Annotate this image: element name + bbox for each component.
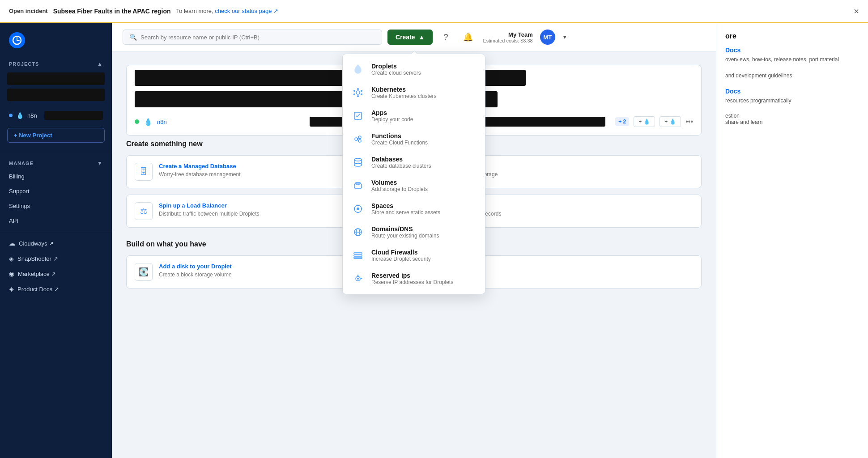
svg-point-11 [358,140,361,142]
droplets-dropdown-icon [351,62,365,76]
incident-desc: To learn more, check our status page ↗ [176,8,279,14]
sidebar-logo [0,23,112,55]
svg-point-3 [357,95,359,97]
dropdown-item-firewalls[interactable]: Cloud Firewalls Increase Droplet securit… [343,244,485,267]
topbar-icons: ? 🔔 My Team Estimated costs: $8.38 MT ▼ [438,30,567,45]
dropdown-item-droplets[interactable]: Droplets Create cloud servers [343,58,485,81]
product-docs-link[interactable]: Docs [725,47,859,54]
app-container: PROJECTS ▲ 💧 n8n + New Project MANAGE ▼ … [0,23,868,458]
svg-point-2 [357,88,359,90]
help-icon: ? [443,33,448,42]
svg-point-5 [361,90,362,92]
right-panel-dev-section: and development guidelines [725,72,859,80]
card-add-disk-desc: Create a block storage volume [159,271,232,279]
incident-banner: Open incident Subsea Fiber Faults in the… [0,0,868,23]
resource-count-badge: + 2 [615,117,629,126]
card-managed-db-desc: Worry-free database management [159,171,241,178]
search-box[interactable]: 🔍 [123,30,382,45]
card-load-balancer-title: Spin up a Load Balancer [159,202,260,209]
svg-point-6 [353,93,355,95]
right-panel-docs-desc: overviews, how-tos, release notes, port … [725,55,859,64]
create-volume-button[interactable]: + 💧 [660,116,681,127]
dropdown-item-domains[interactable]: Domains/DNS Route your existing domains [343,221,485,244]
spaces-dropdown-icon [351,202,365,216]
svg-point-22 [361,208,362,210]
droplet-resource-icon: 💧 [144,118,153,126]
volume-icon: 💧 [669,119,676,125]
svg-point-4 [353,90,355,92]
search-icon: 🔍 [129,34,137,41]
svg-line-12 [357,137,358,139]
sidebar-item-marketplace[interactable]: ◉ Marketplace ↗ [0,266,112,281]
dropdown-item-kubernetes[interactable]: Kubernetes Create Kubernetes clusters [343,81,485,104]
incident-status-link[interactable]: check our status page ↗ [215,8,278,14]
incident-close-button[interactable]: × [854,7,859,16]
svg-rect-27 [354,255,362,256]
bell-icon: 🔔 [463,32,473,42]
sidebar-item-support[interactable]: Support [0,184,112,199]
sidebar-item-api[interactable]: API [0,213,112,228]
dropdown-arrow [411,51,417,54]
plus-icon-2: + [664,119,668,125]
svg-point-18 [357,208,359,210]
apps-dropdown-icon [351,109,365,123]
sidebar-item-billing[interactable]: Billing [0,169,112,184]
svg-point-19 [357,205,359,206]
manage-section-label[interactable]: MANAGE ▼ [0,155,112,169]
dropdown-item-reserved-ips[interactable]: Reserved ips Reserve IP addresses for Dr… [343,267,485,290]
sidebar-item-cloudways[interactable]: ☁ Cloudways ↗ [0,236,112,251]
kubernetes-dropdown-icon [351,85,365,100]
right-panel-more-label: ore [725,32,859,40]
load-balancer-card-icon: ⚖ [135,202,153,220]
database-card-icon: 🗄 [135,163,153,181]
svg-point-7 [361,93,362,95]
community-share-text: share and learn [725,119,859,125]
dropdown-item-apps[interactable]: Apps Deploy your code [343,104,485,127]
card-add-disk-title: Add a disk to your Droplet [159,263,232,270]
avatar-caret-icon[interactable]: ▼ [562,34,567,40]
avatar[interactable]: MT [540,30,555,45]
domains-dropdown-icon [351,225,365,239]
databases-dropdown-icon [351,155,365,170]
svg-point-9 [355,138,357,140]
topbar: 🔍 Create ▲ ? 🔔 My Team Estimated costs: … [112,23,716,51]
svg-point-14 [354,158,362,161]
resource-name-n8n[interactable]: n8n [157,119,305,125]
team-info: My Team Estimated costs: $8.38 [483,31,532,43]
new-project-button[interactable]: + New Project [7,128,105,143]
right-panel-dev-desc: and development guidelines [725,72,859,80]
dropdown-item-databases[interactable]: Databases Create database clusters [343,151,485,174]
cloud-icon: ☁ [9,240,15,247]
reserved-ips-dropdown-icon [351,271,365,286]
right-panel-api-section: Docs resources programmatically [725,88,859,105]
sidebar-item-snapshooter[interactable]: ◈ SnapShooter ↗ [0,251,112,266]
create-button[interactable]: Create ▲ [387,30,433,45]
docs-icon: ◈ [9,285,14,293]
sidebar-item-settings[interactable]: Settings [0,199,112,213]
more-options-button[interactable]: ••• [685,118,693,126]
api-docs-link[interactable]: Docs [725,88,859,95]
plus-icon: + [638,119,642,125]
right-panel-docs-section: Docs overviews, how-tos, release notes, … [725,47,859,64]
help-button[interactable]: ? [438,30,453,45]
volumes-dropdown-icon [351,178,365,193]
sidebar-divider-2 [0,232,112,232]
notifications-button[interactable]: 🔔 [460,30,476,45]
right-panel-community-section: estion share and learn [725,113,859,125]
svg-point-10 [358,136,361,139]
sidebar-item-n8n[interactable]: 💧 n8n [0,107,112,123]
svg-point-21 [354,208,355,210]
projects-arrow-icon: ▲ [97,61,103,67]
dropdown-item-spaces[interactable]: Spaces Store and serve static assets [343,197,485,221]
search-input[interactable] [140,34,375,41]
droplet-icon: 💧 [16,112,24,119]
dropdown-item-volumes[interactable]: Volumes Add storage to Droplets [343,174,485,197]
sidebar-divider [0,151,112,151]
svg-line-13 [357,139,358,141]
svg-point-1 [356,91,360,94]
dropdown-item-functions[interactable]: Functions Create Cloud Functions [343,127,485,151]
projects-section-label[interactable]: PROJECTS ▲ [0,55,112,70]
create-droplet-button[interactable]: + 💧 [634,116,655,127]
sidebar-item-product-docs[interactable]: ◈ Product Docs ↗ [0,281,112,297]
card-managed-db-title: Create a Managed Database [159,163,241,170]
